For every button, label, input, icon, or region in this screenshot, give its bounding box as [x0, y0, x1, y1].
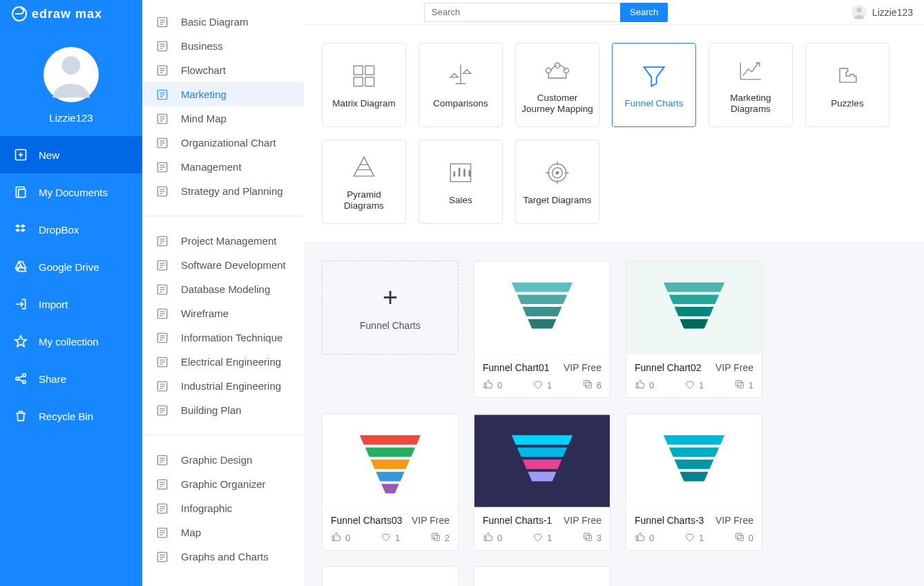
nav-item-my-documents[interactable]: My Documents — [0, 173, 142, 211]
sidebar-item-electrical-engineering[interactable]: Electrical Engineering — [142, 350, 304, 374]
template-card[interactable]: Funnel Charts-1VIP Free013 — [474, 413, 610, 551]
category-card-label: Pyramid Diagrams — [327, 189, 401, 211]
blank-template-card[interactable]: +Funnel Charts — [322, 261, 459, 355]
sidebar-item-organizational-chart[interactable]: Organizational Chart — [142, 131, 304, 155]
sidebar-item-business[interactable]: Business — [142, 34, 304, 58]
template-thumbnail — [474, 567, 610, 586]
search-button[interactable]: Search — [620, 3, 668, 22]
category-icon — [156, 137, 169, 149]
like-icon — [635, 379, 646, 392]
category-card-matrix-diagram[interactable]: Matrix Diagram — [322, 43, 406, 127]
template-thumbnail — [323, 414, 458, 508]
svg-rect-31 — [365, 66, 374, 75]
sidebar-item-project-management[interactable]: Project Management — [142, 229, 304, 253]
template-title: Funnel Charts-3 — [635, 515, 704, 526]
google-drive-icon — [14, 260, 28, 274]
svg-rect-30 — [354, 66, 363, 75]
category-icon — [156, 502, 169, 515]
template-card[interactable]: Funnel Charts-4VIP Free011 — [322, 566, 459, 586]
category-card-icon — [349, 152, 379, 182]
template-card[interactable]: Funnel Charts03VIP Free012 — [322, 413, 459, 551]
nav-item-label: My collection — [39, 336, 99, 348]
template-card[interactable]: Funnel Chart02VIP Free011 — [626, 261, 762, 398]
sidebar-item-flowchart[interactable]: Flowchart — [142, 58, 304, 82]
template-favs[interactable]: 1 — [684, 531, 704, 545]
nav-item-share[interactable]: Share — [0, 360, 142, 397]
sidebar-item-graphic-design[interactable]: Graphic Design — [142, 448, 304, 472]
nav-item-import[interactable]: Import — [0, 285, 142, 323]
sidebar-item-label: Strategy and Planning — [181, 185, 283, 197]
category-card-sales[interactable]: Sales — [418, 140, 503, 224]
sidebar-item-database-modeling[interactable]: Database Modeling — [142, 277, 304, 301]
search-input[interactable] — [424, 3, 620, 22]
nav-item-google-drive[interactable]: Google Drive — [0, 248, 142, 285]
template-likes[interactable]: 0 — [635, 379, 654, 392]
category-icon — [156, 551, 169, 563]
sidebar-item-infographic[interactable]: Infographic — [142, 496, 304, 520]
sidebar-item-information-technique[interactable]: Information Technique — [142, 325, 304, 350]
category-icon — [156, 185, 169, 198]
nav-item-new[interactable]: New — [0, 136, 142, 173]
sidebar-item-basic-diagram[interactable]: Basic Diagram — [142, 10, 304, 34]
category-icon — [156, 380, 169, 393]
star-icon — [14, 334, 28, 348]
category-card-funnel-charts[interactable]: Funnel Charts — [612, 43, 696, 127]
template-likes[interactable]: 0 — [483, 531, 502, 545]
sidebar-item-label: Mind Map — [181, 113, 227, 124]
sidebar-item-software-development[interactable]: Software Development — [142, 253, 304, 277]
template-favs[interactable]: 1 — [532, 531, 552, 545]
template-favs[interactable]: 1 — [532, 379, 552, 392]
template-copies[interactable]: 0 — [734, 531, 753, 545]
template-copies[interactable]: 6 — [582, 379, 601, 392]
nav-item-my-collection[interactable]: My collection — [0, 323, 142, 360]
svg-rect-43 — [584, 381, 589, 386]
sidebar-item-wireframe[interactable]: Wireframe — [142, 301, 304, 325]
nav-item-label: My Documents — [39, 187, 108, 198]
template-favs[interactable]: 1 — [381, 531, 400, 545]
sidebar-item-mind-map[interactable]: Mind Map — [142, 106, 304, 131]
nav-item-recycle-bin[interactable]: Recycle Bin — [0, 397, 142, 435]
sidebar-item-label: Marketing — [181, 88, 227, 100]
nav-item-dropbox[interactable]: DropBox — [0, 211, 142, 248]
sidebar-item-label: Industrial Engineering — [181, 380, 281, 392]
category-card-marketing-diagrams[interactable]: Marketing Diagrams — [709, 43, 793, 127]
template-thumbnail — [474, 414, 610, 508]
svg-rect-32 — [354, 77, 363, 86]
template-card[interactable]: Funnel Charts-3VIP Free010 — [626, 413, 762, 551]
sidebar-item-industrial-engineering[interactable]: Industrial Engineering — [142, 374, 304, 398]
template-info: Funnel Chart02VIP Free011 — [626, 355, 762, 397]
template-favs[interactable]: 1 — [684, 379, 704, 392]
category-card-label: Target Diagrams — [523, 195, 591, 206]
category-card-label: Customer Journey Mapping — [520, 93, 595, 115]
template-copies[interactable]: 3 — [582, 531, 601, 545]
category-card-customer-journey-mapping[interactable]: Customer Journey Mapping — [515, 43, 599, 127]
template-copies[interactable]: 1 — [734, 379, 753, 392]
template-likes[interactable]: 0 — [483, 379, 502, 392]
category-card-icon — [832, 61, 863, 91]
category-card-pyramid-diagrams[interactable]: Pyramid Diagrams — [322, 140, 406, 224]
template-likes[interactable]: 0 — [331, 531, 350, 545]
template-card[interactable]: Funnel Charts-2Free010 — [474, 566, 610, 586]
template-copies[interactable]: 2 — [430, 531, 450, 545]
sidebar-item-marketing[interactable]: Marketing — [142, 82, 304, 106]
plus-icon: + — [383, 284, 398, 310]
avatar[interactable] — [44, 47, 99, 102]
category-card-comparisons[interactable]: Comparisons — [418, 43, 503, 127]
sidebar-item-graphs-and-charts[interactable]: Graphs and Charts — [142, 545, 304, 569]
svg-rect-56 — [323, 567, 458, 586]
category-card-icon — [542, 158, 572, 188]
sidebar-item-building-plan[interactable]: Building Plan — [142, 398, 304, 422]
template-card[interactable]: Funnel Chart01VIP Free016 — [474, 261, 610, 398]
category-card-icon — [735, 55, 766, 86]
top-user[interactable]: Lizzie123 — [851, 5, 913, 20]
category-icon — [156, 40, 169, 53]
logo-icon — [11, 6, 28, 22]
template-likes[interactable]: 0 — [635, 531, 654, 545]
category-card-target-diagrams[interactable]: Target Diagrams — [515, 140, 599, 224]
sidebar-item-management[interactable]: Management — [142, 155, 304, 179]
sidebar-item-strategy-and-planning[interactable]: Strategy and Planning — [142, 179, 304, 203]
template-badge: VIP Free — [564, 515, 601, 526]
sidebar-item-map[interactable]: Map — [142, 520, 304, 545]
category-card-puzzles[interactable]: Puzzles — [805, 43, 889, 127]
sidebar-item-graphic-organizer[interactable]: Graphic Organizer — [142, 472, 304, 496]
